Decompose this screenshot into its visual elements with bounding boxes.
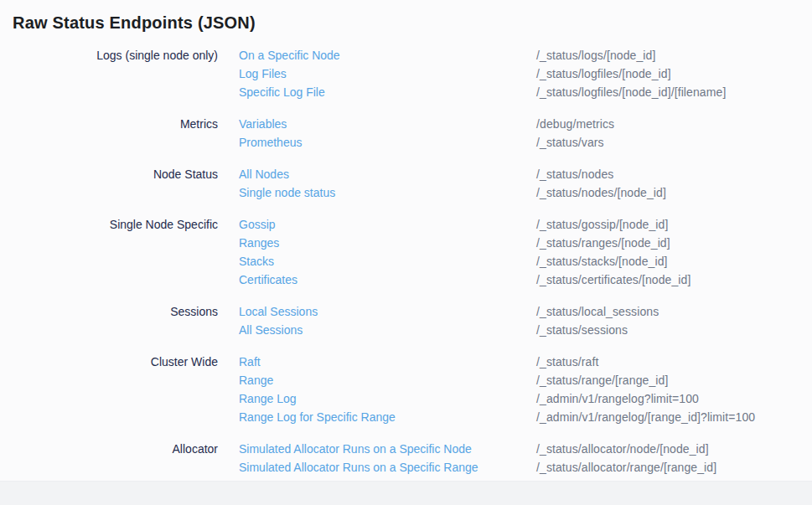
endpoint-row: Stacks /_status/stacks/[node_id] [239, 252, 812, 271]
endpoint-link[interactable]: Gossip [239, 215, 536, 234]
endpoint-path: /_status/range/[range_id] [536, 371, 812, 389]
endpoint-path: /_status/logs/[node_id] [536, 46, 812, 64]
category-label: Single Node Specific [13, 215, 218, 234]
endpoint-group: Logs (single node only) On a Specific No… [0, 46, 812, 101]
endpoint-path: /_status/logfiles/[node_id] [536, 64, 812, 83]
endpoint-path: /_status/vars [536, 133, 812, 152]
endpoint-link[interactable]: All Nodes [239, 165, 536, 183]
endpoint-group: Single Node Specific Gossip /_status/gos… [0, 215, 812, 289]
endpoint-link[interactable]: Specific Log File [239, 83, 536, 101]
endpoint-rows: Simulated Allocator Runs on a Specific N… [239, 440, 812, 477]
endpoint-path: /_admin/v1/rangelog?limit=100 [536, 389, 812, 408]
endpoint-row: Local Sessions /_status/local_sessions [239, 302, 812, 321]
endpoint-group: Node Status All Nodes /_status/nodes Sin… [0, 165, 812, 202]
endpoint-rows: Raft /_status/raft Range /_status/range/… [239, 353, 812, 426]
endpoint-link[interactable]: Single node status [239, 183, 536, 202]
endpoint-rows: On a Specific Node /_status/logs/[node_i… [239, 46, 812, 101]
endpoint-link[interactable]: Simulated Allocator Runs on a Specific N… [239, 440, 536, 458]
endpoint-link[interactable]: On a Specific Node [239, 46, 536, 64]
endpoint-link[interactable]: All Sessions [239, 321, 536, 339]
endpoint-row: Gossip /_status/gossip/[node_id] [239, 215, 812, 234]
endpoint-row: Ranges /_status/ranges/[node_id] [239, 234, 812, 252]
endpoint-rows: Local Sessions /_status/local_sessions A… [239, 302, 812, 339]
category-label: Node Status [13, 165, 218, 183]
endpoint-row: Simulated Allocator Runs on a Specific R… [239, 458, 812, 477]
endpoint-link[interactable]: Raft [239, 353, 536, 371]
endpoint-row: Variables /debug/metrics [239, 115, 812, 133]
footer-strip [0, 481, 812, 505]
endpoint-path: /debug/metrics [536, 115, 812, 133]
endpoint-path: /_status/allocator/node/[node_id] [536, 440, 812, 458]
category-label: Logs (single node only) [13, 46, 218, 64]
endpoint-path: /_status/nodes [536, 165, 812, 183]
endpoint-link[interactable]: Range Log [239, 389, 536, 408]
endpoint-path: /_status/certificates/[node_id] [536, 271, 812, 289]
endpoint-rows: All Nodes /_status/nodes Single node sta… [239, 165, 812, 202]
endpoint-link[interactable]: Range Log for Specific Range [239, 408, 536, 426]
category-label: Metrics [13, 115, 218, 133]
endpoint-link[interactable]: Stacks [239, 252, 536, 271]
endpoint-row: Raft /_status/raft [239, 353, 812, 371]
endpoint-row: Simulated Allocator Runs on a Specific N… [239, 440, 812, 458]
category-label: Cluster Wide [13, 353, 218, 371]
endpoint-link[interactable]: Local Sessions [239, 302, 536, 321]
endpoint-groups: Logs (single node only) On a Specific No… [0, 46, 812, 477]
endpoint-link[interactable]: Simulated Allocator Runs on a Specific R… [239, 458, 536, 477]
endpoint-row: All Sessions /_status/sessions [239, 321, 812, 339]
endpoint-row: Range /_status/range/[range_id] [239, 371, 812, 389]
endpoint-link[interactable]: Ranges [239, 234, 536, 252]
endpoint-path: /_status/nodes/[node_id] [536, 183, 812, 202]
endpoint-link[interactable]: Variables [239, 115, 536, 133]
endpoint-path: /_admin/v1/rangelog/[range_id]?limit=100 [536, 408, 812, 426]
endpoint-path: /_status/gossip/[node_id] [536, 215, 812, 234]
endpoint-row: Log Files /_status/logfiles/[node_id] [239, 64, 812, 83]
endpoint-row: Specific Log File /_status/logfiles/[nod… [239, 83, 812, 101]
endpoint-path: /_status/logfiles/[node_id]/[filename] [536, 83, 812, 101]
endpoint-row: Single node status /_status/nodes/[node_… [239, 183, 812, 202]
debug-endpoints-page: Raw Status Endpoints (JSON) Logs (single… [0, 0, 812, 477]
endpoint-group: Sessions Local Sessions /_status/local_s… [0, 302, 812, 339]
endpoint-row: Range Log /_admin/v1/rangelog?limit=100 [239, 389, 812, 408]
endpoint-link[interactable]: Log Files [239, 64, 536, 83]
endpoint-path: /_status/local_sessions [536, 302, 812, 321]
endpoint-link[interactable]: Range [239, 371, 536, 389]
endpoint-row: On a Specific Node /_status/logs/[node_i… [239, 46, 812, 64]
endpoint-row: Prometheus /_status/vars [239, 133, 812, 152]
category-label: Sessions [13, 302, 218, 321]
endpoint-path: /_status/allocator/range/[range_id] [536, 458, 812, 477]
endpoint-path: /_status/raft [536, 353, 812, 371]
endpoint-group: Metrics Variables /debug/metrics Prometh… [0, 115, 812, 152]
endpoint-row: All Nodes /_status/nodes [239, 165, 812, 183]
endpoint-rows: Gossip /_status/gossip/[node_id] Ranges … [239, 215, 812, 289]
endpoint-link[interactable]: Prometheus [239, 133, 536, 152]
page-title: Raw Status Endpoints (JSON) [0, 0, 812, 33]
endpoint-path: /_status/sessions [536, 321, 812, 339]
endpoint-row: Certificates /_status/certificates/[node… [239, 271, 812, 289]
endpoint-group: Cluster Wide Raft /_status/raft Range /_… [0, 353, 812, 426]
endpoint-path: /_status/stacks/[node_id] [536, 252, 812, 271]
category-label: Allocator [13, 440, 218, 458]
endpoint-rows: Variables /debug/metrics Prometheus /_st… [239, 115, 812, 152]
endpoint-row: Range Log for Specific Range /_admin/v1/… [239, 408, 812, 426]
endpoint-group: Allocator Simulated Allocator Runs on a … [0, 440, 812, 477]
endpoint-link[interactable]: Certificates [239, 271, 536, 289]
endpoint-path: /_status/ranges/[node_id] [536, 234, 812, 252]
